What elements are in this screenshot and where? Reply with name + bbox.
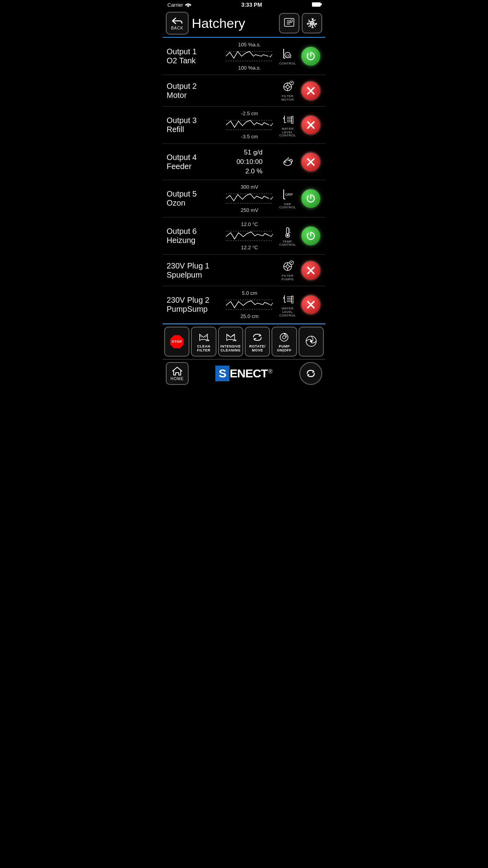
power-btn-5[interactable]: [300, 188, 321, 209]
feeder-control: [277, 155, 298, 169]
temp-control: TEMP.CONTROL: [277, 225, 298, 247]
settings-button[interactable]: [302, 13, 322, 33]
svg-point-45: [288, 157, 289, 158]
info-button[interactable]: i: [279, 13, 299, 33]
output-5-chart: 300 mV ✓ 250 mV: [222, 184, 277, 213]
rotate-move-label: ROTATE/MOVE: [249, 345, 266, 353]
pump-onoff-button[interactable]: PUMPON|OFF: [272, 327, 297, 357]
stop-text: STOP: [172, 340, 182, 344]
plug1-right: FILTERPUMPE: [277, 259, 321, 281]
back-label: BACK: [171, 26, 183, 30]
output-row-plug1: 230V Plug 1 Spuelpum FILTERPUMPE: [163, 255, 325, 286]
refresh-button[interactable]: [299, 362, 322, 385]
o2-ctrl-label: CONTROL: [279, 62, 296, 66]
output-3-line2: Refill: [167, 125, 222, 134]
x-icon-4: [306, 157, 316, 167]
power-icon-1: [305, 51, 316, 62]
feeder-val2: 00:10:00: [237, 157, 262, 167]
wifi-icon: [185, 2, 191, 7]
x-btn-4[interactable]: [300, 151, 321, 173]
water-level-control-icon2: [281, 292, 295, 306]
outputs-container: Output 1 O2 Tank 105 %a.s. ✓ 100 %a.s.: [163, 38, 325, 324]
power-btn-1[interactable]: [300, 46, 321, 67]
carrier-text: Carrier: [167, 2, 183, 8]
svg-text:✓: ✓: [270, 232, 273, 239]
output-6-label: Output 6 Heizung: [167, 227, 222, 245]
logo-enect: ENECT: [230, 367, 268, 380]
val-bottom-6: 12.2 °C: [241, 245, 258, 250]
status-bar: Carrier 3:33 PM: [163, 0, 325, 9]
rotate-move-button[interactable]: ROTATE/MOVE: [245, 327, 270, 357]
plug2-right: WATERLEVELCONTROL: [277, 292, 321, 317]
val-top-3: -2.5 cm: [241, 110, 258, 116]
svg-text:✓: ✓: [270, 301, 273, 307]
power-btn-6[interactable]: [300, 225, 321, 246]
output-1-line2: O2 Tank: [167, 56, 222, 65]
output-row-plug2: 230V Plug 2 PumpSump 5.0 cm ✓ 25.0 cm: [163, 286, 325, 324]
status-left: Carrier: [167, 2, 191, 8]
sixth-action-button[interactable]: [299, 327, 324, 357]
clean-filter-icon: [197, 331, 210, 344]
orp-control: ORP ORPCONTROL: [277, 188, 298, 210]
svg-text:✓: ✓: [270, 121, 273, 128]
output-6-line2: Heizung: [167, 236, 222, 245]
x-icon-plug1: [306, 265, 316, 276]
page-title: Hatchery: [192, 16, 276, 31]
output-5-right: ORP ORPCONTROL: [277, 188, 321, 210]
intensive-cleaning-button[interactable]: INTENSIVECLEANING: [218, 327, 243, 357]
output-4-line2: Feeder: [167, 162, 222, 171]
x-btn-plug1[interactable]: [300, 260, 321, 281]
feeder-icon: [281, 155, 295, 169]
output-row-5: Output 5 Ozon 300 mV ✓ 250 mV ORP: [163, 180, 325, 217]
output-6-chart: 12.0 °C ✓ 12.2 °C: [222, 221, 277, 250]
wave-chart-5: 300 mV ✓ 250 mV: [226, 184, 273, 213]
output-row-6: Output 6 Heizung 12.0 °C ✓ 12.2 °C: [163, 217, 325, 255]
output-2-label: Output 2 Motor: [167, 82, 222, 100]
turbine-icon: [305, 335, 317, 348]
back-button[interactable]: BACK: [166, 12, 189, 35]
plug2-label: 230V Plug 2 PumpSump: [167, 296, 222, 314]
logo-registered: ®: [268, 368, 272, 375]
output-5-label: Output 5 Ozon: [167, 189, 222, 208]
feeder-val1: 51 g/d: [237, 148, 262, 157]
wave-svg-plug2: ✓: [226, 297, 273, 313]
output-1-label: Output 1 O2 Tank: [167, 47, 222, 65]
x-btn-plug2[interactable]: [300, 294, 321, 315]
svg-point-20: [290, 54, 291, 55]
senect-logo: S ENECT ®: [189, 366, 299, 381]
water-level-label-2: WATERLEVELCONTROL: [279, 307, 296, 317]
output-2-right: FILTERMOTOR: [277, 80, 321, 102]
svg-text:ORP: ORP: [285, 193, 293, 197]
stop-button[interactable]: STOP: [164, 327, 189, 357]
x-btn-3[interactable]: [300, 114, 321, 136]
clean-filter-button[interactable]: CLEANFILTER: [191, 327, 216, 357]
wave-chart-6: 12.0 °C ✓ 12.2 °C: [226, 221, 273, 250]
output-3-chart: -2.5 cm ✓ -3.5 cm: [222, 110, 277, 140]
wave-svg-6: ✓: [226, 228, 273, 244]
filter-motor: FILTERMOTOR: [277, 80, 298, 102]
home-button[interactable]: HOME: [166, 362, 189, 385]
o2-control: O 2 CONTROL: [277, 47, 298, 66]
wave-svg-5: ✓: [226, 191, 273, 206]
output-3-label: Output 3 Refill: [167, 116, 222, 134]
home-label: HOME: [171, 377, 184, 381]
svg-point-93: [283, 336, 286, 339]
wave-chart-plug2: 5.0 cm ✓ 25.0 cm: [226, 290, 273, 319]
svg-point-68: [286, 265, 289, 268]
svg-text:2: 2: [288, 54, 290, 56]
logo-s: S: [218, 367, 226, 380]
output-5-line1: Output 5: [167, 189, 222, 199]
temp-ctrl-label: TEMP.CONTROL: [279, 240, 296, 247]
pump-onoff-icon: [278, 331, 290, 344]
svg-text:✓: ✓: [269, 53, 273, 59]
power-icon-6: [305, 230, 316, 241]
back-arrow-icon: [172, 17, 183, 25]
plug1-line2: Spuelpum: [167, 270, 222, 280]
output-row-3: Output 3 Refill -2.5 cm ✓ -3.5 cm: [163, 107, 325, 144]
filter-pumpe-label: FILTERPUMPE: [282, 274, 294, 281]
plug2-chart: 5.0 cm ✓ 25.0 cm: [222, 290, 277, 319]
svg-point-43: [284, 161, 286, 163]
x-btn-2[interactable]: [300, 80, 321, 101]
output-1-line1: Output 1: [167, 47, 222, 56]
svg-rect-59: [286, 228, 289, 234]
